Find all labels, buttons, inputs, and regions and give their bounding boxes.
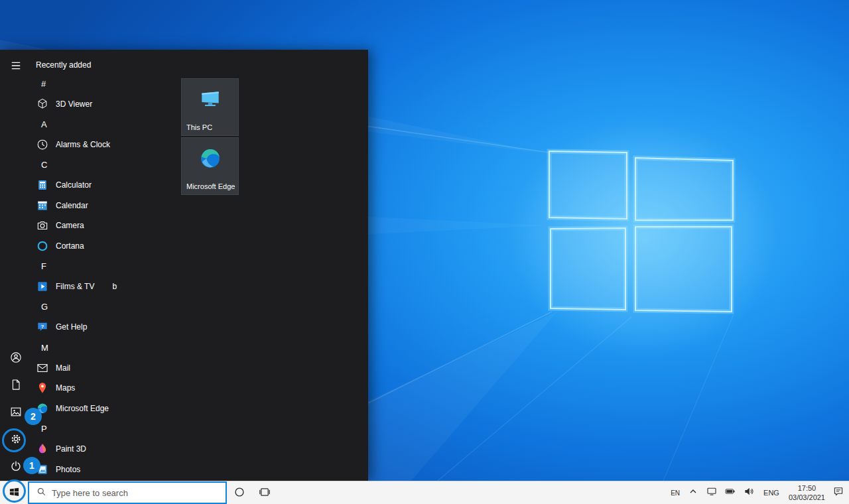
section-letter-f[interactable]: F	[32, 256, 182, 277]
app-item-calendar[interactable]: Calendar	[32, 196, 182, 216]
taskbar: EN ENG 17:50 03/03/2021	[0, 481, 849, 504]
clock-time: 17:50	[789, 483, 825, 493]
app-label: Photos	[56, 465, 80, 474]
annotation-step-2-badge: 2	[25, 408, 42, 425]
document-icon	[9, 378, 23, 393]
cortana-button[interactable]	[227, 481, 252, 504]
app-label: Calendar	[56, 201, 88, 210]
thispc-icon	[182, 87, 238, 112]
annotation-step-1-badge: 1	[23, 457, 40, 474]
display-icon	[706, 486, 717, 499]
expand-menu-button[interactable]	[5, 55, 27, 78]
app-label: Films & TV	[56, 282, 94, 291]
maps-icon	[35, 381, 50, 395]
app-label: Camera	[56, 221, 84, 230]
app-label: Get Help	[56, 322, 87, 332]
recently-added-header: Recently added	[36, 60, 182, 70]
app-item-mail[interactable]: Mail	[32, 357, 182, 378]
tile-label: This PC	[186, 123, 212, 131]
windows-logo-icon	[9, 486, 20, 499]
films-icon	[35, 279, 50, 294]
app-list: Recently added #3D ViewerAAlarms & Clock…	[32, 50, 182, 481]
stray-text: b	[112, 282, 117, 291]
tray-overflow-button[interactable]	[688, 486, 698, 499]
start-button[interactable]	[0, 481, 28, 504]
app-item-alarms-clock[interactable]: Alarms & Clock	[32, 135, 182, 155]
search-input[interactable]	[52, 488, 204, 498]
rail-bottom-group	[5, 347, 27, 478]
section-letter-g[interactable]: G	[32, 297, 182, 318]
search-icon	[36, 487, 46, 499]
action-center-icon	[833, 486, 844, 499]
app-label: Alarms & Clock	[56, 140, 110, 149]
tile-this-pc[interactable]: This PC	[181, 78, 239, 136]
documents-button[interactable]	[5, 374, 27, 397]
battery-icon	[725, 486, 736, 499]
gear-icon	[9, 432, 23, 448]
app-item-cortana[interactable]: Cortana	[32, 236, 182, 257]
paint-icon	[35, 442, 50, 456]
app-label: Calculator	[56, 180, 92, 190]
edge-icon	[182, 146, 238, 171]
hamburger-icon	[9, 59, 23, 74]
section-letter-p[interactable]: P	[32, 418, 182, 439]
tile-microsoft-edge[interactable]: Microsoft Edge	[181, 137, 239, 195]
speaker-icon	[744, 486, 754, 499]
app-item-microsoft-edge[interactable]: Microsoft Edge	[32, 399, 182, 419]
pen-language-indicator[interactable]: EN	[671, 489, 680, 497]
camera-icon	[35, 218, 50, 233]
display-tray-button[interactable]	[706, 486, 717, 499]
app-item-films-tv[interactable]: Films & TVb	[32, 277, 182, 297]
cortana-circle-icon	[233, 486, 245, 500]
pictures-button[interactable]	[5, 401, 27, 424]
user-icon	[9, 351, 23, 366]
start-tiles: This PCMicrosoft Edge	[181, 78, 239, 196]
language-indicator[interactable]: ENG	[762, 489, 781, 497]
taskbar-clock[interactable]: 17:50 03/03/2021	[789, 483, 825, 503]
system-tray: EN ENG 17:50 03/03/2021	[671, 481, 849, 504]
cortana-icon	[35, 239, 50, 253]
cube-icon	[35, 97, 50, 111]
task-view-icon	[259, 486, 271, 500]
desktop-screen: Recently added #3D ViewerAAlarms & Clock…	[0, 0, 849, 504]
app-list-items: #3D ViewerAAlarms & ClockCCalculatorCale…	[32, 74, 182, 479]
mail-icon	[35, 361, 50, 375]
gethelp-icon: ?	[35, 320, 50, 334]
user-account-button[interactable]	[5, 347, 27, 369]
app-item-photos[interactable]: Photos	[32, 459, 182, 479]
section-letter-a[interactable]: A	[32, 114, 182, 135]
app-label: Mail	[56, 363, 70, 373]
app-item-maps[interactable]: Maps	[32, 378, 182, 399]
app-item-calculator[interactable]: Calculator	[32, 175, 182, 196]
section-letter-m[interactable]: M	[32, 338, 182, 358]
pictures-icon	[9, 405, 23, 420]
power-icon	[9, 460, 23, 475]
taskbar-search-box[interactable]	[28, 481, 227, 504]
clock-date: 03/03/2021	[789, 493, 825, 502]
volume-tray-button[interactable]	[744, 486, 754, 499]
calculator-icon	[35, 178, 50, 192]
svg-text:?: ?	[41, 324, 44, 330]
app-label: Paint 3D	[56, 444, 86, 454]
app-label: Maps	[56, 383, 75, 393]
app-item-get-help[interactable]: ?Get Help	[32, 317, 182, 338]
action-center-button[interactable]	[833, 486, 844, 499]
windows-logo-wallpaper	[537, 139, 743, 318]
section-letter-[interactable]: #	[32, 74, 182, 94]
clock-icon	[35, 137, 50, 152]
tile-label: Microsoft Edge	[186, 182, 235, 190]
app-item-camera[interactable]: Camera	[32, 216, 182, 236]
task-view-button[interactable]	[252, 481, 277, 504]
app-label: Microsoft Edge	[56, 404, 109, 413]
app-label: Cortana	[56, 241, 84, 251]
app-label: 3D Viewer	[56, 99, 92, 109]
section-letter-c[interactable]: C	[32, 155, 182, 175]
settings-button[interactable]	[5, 428, 27, 451]
app-item-3d-viewer[interactable]: 3D Viewer	[32, 94, 182, 115]
calendar-icon	[35, 198, 50, 213]
start-menu: Recently added #3D ViewerAAlarms & Clock…	[0, 50, 368, 481]
chevron-up-icon	[688, 486, 698, 499]
battery-tray-button[interactable]	[725, 486, 736, 499]
app-item-paint-3d[interactable]: Paint 3D	[32, 439, 182, 460]
